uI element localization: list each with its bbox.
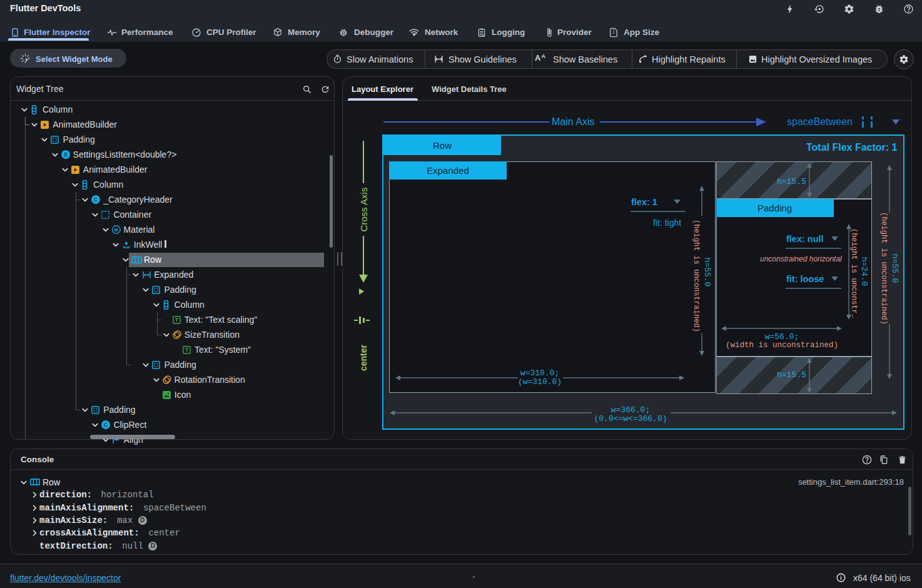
svg-text:S: S — [64, 152, 68, 158]
svg-text:C: C — [94, 197, 98, 203]
svg-text:C: C — [104, 422, 108, 428]
svg-text:M: M — [114, 228, 118, 232]
